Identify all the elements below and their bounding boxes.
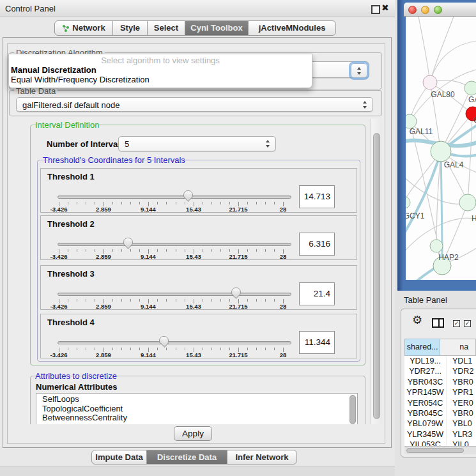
table-row[interactable]: YDR27...YDR2 [404,366,476,376]
cell[interactable]: YLR345W [404,429,447,440]
threshold-label: Threshold 1 [47,172,95,181]
cell[interactable]: YDL1 [447,356,472,366]
tab-label: Network [72,21,105,35]
table-data-combo[interactable]: galFiltered.sif default node [16,97,373,112]
tab-jactivemnodules[interactable]: jActiveMNodules [248,20,336,36]
cell[interactable]: YDL19... [404,356,447,366]
combo-arrow-button[interactable] [351,63,367,78]
cell[interactable]: YPR145W [404,387,447,397]
table-row[interactable]: YBR045CYBR0 [404,408,476,418]
tab-discretize-data[interactable]: Discretize Data [146,450,227,464]
node-top-right[interactable] [464,81,476,95]
node-gal4[interactable] [431,141,451,162]
cell[interactable]: YLR3 [447,429,472,440]
cell[interactable]: YBR0 [447,377,473,387]
tick-label: 21.715 [229,253,247,260]
tick-label: 2.859 [96,206,111,213]
columns-icon[interactable] [432,318,444,328]
threshold-value-field[interactable]: 6.316 [299,233,335,256]
tick-label: 9.144 [141,206,156,213]
cell[interactable]: YBR043C [404,377,447,387]
threshold-value-field[interactable]: 21.4 [299,282,335,305]
table-row[interactable]: YBR043CYBR0 [404,377,476,387]
threshold-value-field[interactable]: 11.344 [299,331,335,354]
algorithm-option-equal-width[interactable]: Equal Width/Frequency Discretization [11,75,150,84]
cell[interactable]: YBR045C [404,408,447,418]
checkbox-icon[interactable]: ✓ [453,320,460,327]
tick-label: -3.426 [50,351,68,358]
gear-icon[interactable]: ⚙ [412,314,422,326]
cell[interactable]: YDR2 [447,366,473,376]
tab-infer-network[interactable]: Infer Network [227,450,297,464]
list-item[interactable]: SelfLoops [36,394,357,404]
cell[interactable]: YDR27... [404,366,447,376]
algorithm-option-manual[interactable]: Manual Discretization [11,65,96,75]
node-label: GAL80 [431,90,455,99]
list-scrollbar-thumb[interactable] [349,395,356,424]
list-item[interactable]: BetweennessCentrality [36,413,357,423]
panel-title: Control Panel [5,4,56,13]
cell[interactable]: YER054C [404,398,447,408]
table-row[interactable]: YDL19...YDL1 [404,356,476,366]
settings-viewport: Interval Definition Number of Intervals … [9,119,371,424]
threshold-row-1: Threshold 1 -3.426 2.859 9.144 15.43 21.… [40,168,357,213]
tick-label: 21.715 [229,206,247,213]
network-graph: GAL80 GA C GAL11 GAL4 GCY1 H HAP2 [406,17,476,280]
num-intervals-combo[interactable]: 5 [118,136,276,151]
tab-style[interactable]: Style [112,20,148,36]
column-header-shared[interactable]: shared... [404,339,440,356]
slider-track[interactable] [58,196,291,199]
table-horizontal-scrollbar[interactable] [404,446,476,454]
float-window-icon[interactable] [371,5,380,14]
minimize-traffic-light-icon[interactable] [421,6,429,14]
table-row[interactable]: YPR145WYPR1 [404,387,476,397]
table-row[interactable]: YLR345WYLR3 [404,429,476,440]
table-row[interactable]: YBL079WYBL0 [404,418,476,429]
network-canvas[interactable]: GAL80 GA C GAL11 GAL4 GCY1 H HAP2 [406,17,476,280]
tab-network[interactable]: Network [54,20,113,36]
node-right[interactable] [459,194,476,211]
scrollbar-thumb[interactable] [406,448,464,453]
zoom-traffic-light-icon[interactable] [434,6,442,14]
close-icon[interactable]: ✖ [381,3,389,13]
node-gcy1[interactable] [406,197,410,208]
tick-label: 21.715 [229,351,247,358]
node-hap2[interactable] [430,240,443,252]
tab-impute-data[interactable]: Impute Data [91,450,147,464]
node-gal11[interactable] [406,114,417,128]
column-header-name[interactable]: na [440,339,476,356]
slider-thumb[interactable] [231,288,241,295]
slider-track[interactable] [58,293,291,296]
table-body: YDL19...YDL1 YDR27...YDR2 YBR043CYBR0 YP… [404,356,476,446]
threshold-value-field[interactable]: 14.713 [299,185,335,208]
slider-track[interactable] [58,243,291,246]
cell[interactable]: YIL053C [404,440,447,446]
cell[interactable]: YER0 [447,398,473,408]
cell[interactable]: YPR1 [447,387,473,397]
settings-scrollbar[interactable] [371,119,382,424]
checkbox-icon[interactable]: ✓ [464,320,471,327]
cell[interactable]: YBR0 [447,408,473,418]
apply-button[interactable]: Apply [174,426,212,441]
tab-cyni-toolbox[interactable]: Cyni Toolbox [185,20,249,36]
slider-thumb[interactable] [123,238,133,245]
tick-label: -3.426 [50,303,68,310]
table-row[interactable]: YER054CYER0 [404,398,476,408]
slider-thumb[interactable] [159,336,169,344]
table-row[interactable]: YIL053CYIL0 [404,440,476,446]
tick-label: 15.43 [186,206,201,213]
node-label: GAL11 [410,127,433,136]
numerical-attributes-label: Numerical Attributes [36,382,117,392]
cell[interactable]: YIL0 [447,440,469,446]
slider-thumb[interactable] [183,190,193,198]
cell[interactable]: YBL079W [404,418,447,429]
node-label: C [473,116,476,125]
close-traffic-light-icon[interactable] [408,6,417,14]
list-item[interactable]: TopologicalCoefficient [36,404,357,414]
tab-select[interactable]: Select [147,20,185,36]
node-gal80[interactable] [423,75,437,89]
slider-track[interactable] [58,341,291,344]
scrollbar-thumb[interactable] [373,133,380,419]
cell[interactable]: YBL0 [447,418,472,429]
tick-label: 28 [280,351,287,358]
